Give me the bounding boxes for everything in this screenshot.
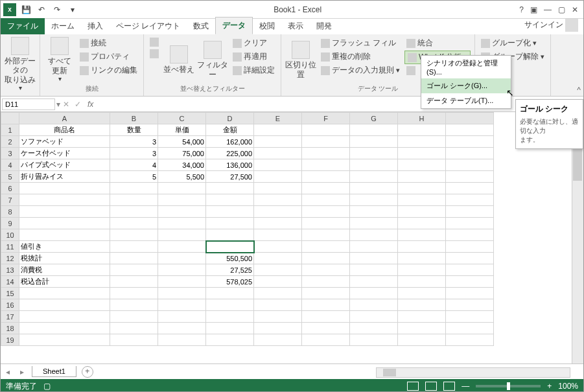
cell[interactable]: 3 [110, 136, 158, 148]
row-header[interactable]: 15 [1, 288, 19, 299]
cell[interactable] [254, 148, 302, 159]
tab-review[interactable]: 校閲 [253, 18, 281, 34]
maximize-icon[interactable]: ▢ [558, 5, 565, 14]
zoom-in-icon[interactable]: + [547, 382, 552, 391]
cell[interactable] [19, 218, 110, 229]
cell[interactable] [398, 241, 446, 253]
cell[interactable] [398, 311, 446, 323]
cell[interactable] [158, 229, 206, 241]
cell[interactable] [19, 311, 110, 323]
col-header[interactable]: G [350, 113, 398, 124]
row-header[interactable]: 3 [1, 148, 19, 159]
cell[interactable] [398, 148, 446, 159]
cell[interactable] [254, 288, 302, 299]
cell[interactable] [350, 218, 398, 229]
col-header[interactable]: F [302, 113, 350, 124]
cell[interactable] [398, 229, 446, 241]
cell[interactable] [254, 171, 302, 183]
cell[interactable] [254, 311, 302, 323]
cell[interactable] [350, 148, 398, 159]
cell[interactable] [302, 264, 350, 276]
cell[interactable]: 商品名 [19, 124, 110, 136]
col-header[interactable]: A [19, 113, 110, 124]
cell[interactable] [254, 276, 302, 288]
cell[interactable] [350, 124, 398, 136]
cell[interactable] [254, 229, 302, 241]
add-sheet-button[interactable]: + [82, 366, 93, 378]
cell[interactable] [398, 264, 446, 276]
tab-formulas[interactable]: 数式 [187, 18, 215, 34]
cell[interactable] [446, 311, 494, 323]
cell[interactable] [398, 183, 446, 194]
row-header[interactable]: 10 [1, 229, 19, 241]
col-header[interactable]: D [206, 113, 254, 124]
ribbon-display-icon[interactable]: ▣ [530, 5, 537, 14]
view-normal-icon[interactable] [407, 382, 419, 391]
cell[interactable] [350, 136, 398, 148]
row-header[interactable]: 2 [1, 136, 19, 148]
cell[interactable] [254, 159, 302, 171]
cell[interactable] [398, 299, 446, 311]
cell[interactable] [19, 334, 110, 346]
cell[interactable] [206, 299, 254, 311]
cell[interactable] [446, 183, 494, 194]
cell[interactable] [302, 148, 350, 159]
mi-goal-seek[interactable]: ゴール シーク(G)... [421, 78, 511, 93]
cell[interactable] [110, 299, 158, 311]
col-header[interactable]: B [110, 113, 158, 124]
view-pagelayout-icon[interactable] [425, 382, 437, 391]
sheet-tab[interactable]: Sheet1 [32, 366, 76, 377]
cell[interactable] [446, 218, 494, 229]
btn-reapply[interactable]: 再適用 [231, 51, 277, 63]
cell[interactable] [254, 323, 302, 334]
row-header[interactable]: 9 [1, 218, 19, 229]
cell[interactable]: 136,000 [206, 159, 254, 171]
btn-refresh-all[interactable]: すべて 更新 ▾ [44, 37, 75, 83]
cell[interactable] [350, 323, 398, 334]
cell[interactable] [350, 206, 398, 218]
row-header[interactable]: 16 [1, 299, 19, 311]
btn-consolidate[interactable]: 統合 [404, 37, 471, 49]
cell[interactable] [350, 183, 398, 194]
tab-file[interactable]: ファイル [1, 18, 45, 34]
cell[interactable] [206, 206, 254, 218]
sheet-nav-prev-icon[interactable]: ◂ [1, 367, 15, 376]
cell[interactable] [302, 136, 350, 148]
cell[interactable]: 税抜計 [19, 253, 110, 264]
cell[interactable] [398, 276, 446, 288]
row-header[interactable]: 7 [1, 194, 19, 206]
cell[interactable] [110, 194, 158, 206]
cell[interactable] [302, 241, 350, 253]
save-icon[interactable]: 💾 [20, 4, 32, 16]
cell[interactable] [398, 194, 446, 206]
cell[interactable] [446, 136, 494, 148]
horizontal-scrollbar[interactable] [376, 367, 570, 378]
cell[interactable]: ケース付ベッド [19, 148, 110, 159]
cell[interactable] [110, 323, 158, 334]
cell[interactable] [206, 218, 254, 229]
cell[interactable] [302, 218, 350, 229]
cell[interactable] [350, 299, 398, 311]
cell[interactable]: パイプ式ベッド [19, 159, 110, 171]
row-header[interactable]: 14 [1, 276, 19, 288]
cell[interactable] [446, 171, 494, 183]
cell[interactable] [446, 229, 494, 241]
cell[interactable]: 5 [110, 171, 158, 183]
cell[interactable] [158, 311, 206, 323]
tab-data[interactable]: データ [215, 17, 253, 34]
cell[interactable] [302, 334, 350, 346]
cell[interactable] [110, 229, 158, 241]
cell[interactable]: 金額 [206, 124, 254, 136]
cell[interactable] [158, 334, 206, 346]
cell[interactable] [110, 264, 158, 276]
cell[interactable]: 折り畳みイス [19, 171, 110, 183]
mi-data-table[interactable]: データ テーブル(T)... [421, 93, 511, 108]
cell[interactable] [110, 183, 158, 194]
row-header[interactable]: 6 [1, 183, 19, 194]
cell[interactable] [110, 241, 158, 253]
btn-sort[interactable]: 並べ替え [163, 37, 194, 83]
cell[interactable]: 値引き [19, 241, 110, 253]
cell[interactable]: 27,500 [206, 171, 254, 183]
cell[interactable] [254, 253, 302, 264]
mi-scenario[interactable]: シナリオの登録と管理(S)... [421, 56, 511, 78]
